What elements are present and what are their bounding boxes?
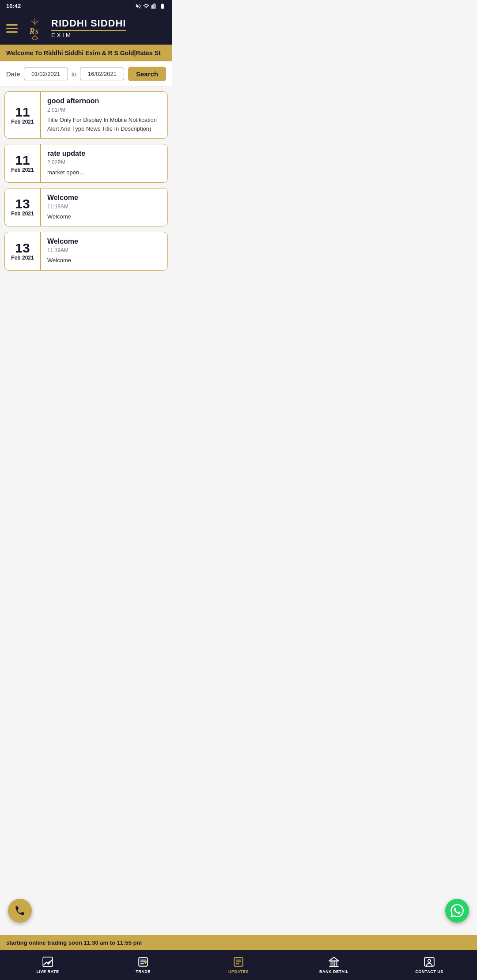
news-body-4: Welcome	[47, 256, 161, 265]
news-body-2: market open...	[47, 168, 161, 177]
news-content-col-3: Welcome 11:18AM Welcome	[41, 188, 167, 226]
news-month-2: Feb 2021	[11, 167, 34, 173]
news-card-4[interactable]: 13 Feb 2021 Welcome 11:19AM Welcome	[4, 232, 168, 271]
news-day-2: 11	[15, 154, 30, 167]
svg-text:R: R	[29, 27, 35, 36]
svg-text:S: S	[35, 28, 38, 35]
svg-line-1	[31, 21, 35, 24]
news-day-4: 13	[15, 241, 30, 255]
news-content-col-1: good afternoon 2:01PM Title Only For Dis…	[41, 92, 167, 138]
news-content-col-2: rate update 2:02PM market open...	[41, 144, 167, 182]
news-card-2[interactable]: 11 Feb 2021 rate update 2:02PM market op…	[4, 144, 168, 183]
status-time: 10:42	[6, 3, 21, 9]
mute-icon	[135, 3, 141, 9]
to-date-input[interactable]	[80, 68, 124, 80]
news-day-1: 11	[15, 106, 30, 119]
news-date-col-2: 11 Feb 2021	[5, 144, 41, 182]
news-month-1: Feb 2021	[11, 119, 34, 125]
status-bar: 10:42	[0, 0, 172, 12]
date-filter-bar: Date to Search	[0, 61, 172, 87]
brand-name: RIDDHI SIDDHI	[51, 18, 126, 29]
news-time-3: 11:18AM	[47, 204, 161, 210]
svg-marker-5	[32, 35, 38, 40]
news-time-1: 2:01PM	[47, 107, 161, 113]
hamburger-menu[interactable]	[6, 24, 18, 33]
news-card-3[interactable]: 13 Feb 2021 Welcome 11:18AM Welcome	[4, 188, 168, 227]
status-icons	[135, 3, 166, 9]
search-button[interactable]: Search	[128, 67, 166, 81]
brand-text: RIDDHI SIDDHI EXIM	[51, 18, 126, 38]
news-date-col-1: 11 Feb 2021	[5, 92, 41, 138]
news-time-4: 11:19AM	[47, 247, 161, 253]
to-label: to	[72, 71, 77, 78]
brand-sub: EXIM	[51, 30, 126, 38]
news-day-3: 13	[15, 197, 30, 211]
news-month-4: Feb 2021	[11, 255, 34, 261]
logo-icon: R S	[23, 16, 47, 40]
svg-line-2	[35, 21, 38, 24]
news-title-1: good afternoon	[47, 97, 161, 105]
news-date-col-4: 13 Feb 2021	[5, 232, 41, 270]
news-date-col-3: 13 Feb 2021	[5, 188, 41, 226]
logo-area: R S RIDDHI SIDDHI EXIM	[23, 16, 166, 40]
news-time-2: 2:02PM	[47, 159, 161, 166]
from-date-input[interactable]	[24, 68, 68, 80]
app-header: R S RIDDHI SIDDHI EXIM	[0, 12, 172, 45]
news-list: 11 Feb 2021 good afternoon 2:01PM Title …	[0, 87, 172, 275]
news-title-2: rate update	[47, 150, 161, 158]
marquee-banner: Welcome To Riddhi Siddhi Exim & R S Gold…	[0, 45, 172, 61]
news-title-3: Welcome	[47, 194, 161, 202]
date-label: Date	[6, 70, 20, 78]
news-content-col-4: Welcome 11:19AM Welcome	[41, 232, 167, 270]
news-body-1: Title Only For Display In Mobile Notific…	[47, 116, 161, 133]
news-title-4: Welcome	[47, 237, 161, 245]
signal-icon	[151, 3, 157, 9]
marquee-text: Welcome To Riddhi Siddhi Exim & R S Gold…	[6, 49, 161, 57]
wifi-icon	[143, 3, 149, 9]
news-month-3: Feb 2021	[11, 211, 34, 217]
news-body-3: Welcome	[47, 212, 161, 221]
battery-icon	[159, 3, 166, 9]
news-card-1[interactable]: 11 Feb 2021 good afternoon 2:01PM Title …	[4, 91, 168, 139]
